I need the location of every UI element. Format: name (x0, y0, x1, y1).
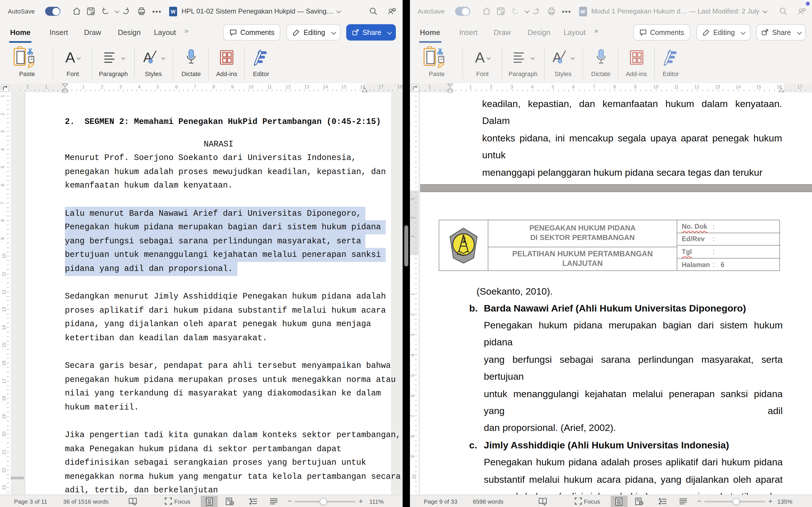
tab-stop-selector-icon[interactable] (2, 84, 9, 92)
vertical-ruler-left[interactable]: 1234567891011121314151617181920212223 (0, 93, 11, 495)
search-icon[interactable] (778, 6, 788, 16)
dictate-group[interactable]: Dictate (587, 46, 615, 77)
zoom-out-button[interactable]: − (697, 495, 702, 507)
styles-group[interactable]: A Styles (548, 46, 578, 77)
view-web-layout[interactable] (221, 496, 238, 507)
paste-group[interactable]: Paste (414, 46, 459, 77)
document-page-left[interactable]: 2. SEGMEN 2: Memahami Penegakan HukPid P… (25, 93, 392, 495)
window-title[interactable]: Modul 1 Penegakan Hukum d… — Last Modifi… (591, 0, 766, 22)
editor-group[interactable]: Editor (248, 46, 274, 77)
page5-text[interactable]: keadilan, kepastian, dan kemanfaatan huk… (482, 93, 782, 181)
tab-layout[interactable]: Layout (564, 22, 586, 42)
window-title[interactable]: HPL 01-02 Sistem Penegakan Hukpid — Savi… (182, 0, 340, 22)
tab-design[interactable]: Design (118, 22, 141, 42)
view-print-layout[interactable] (610, 496, 627, 507)
ruler-number: 13 (304, 84, 309, 89)
tab-overflow-icon[interactable]: » (594, 26, 598, 35)
addins-group[interactable]: Add-ins (622, 46, 651, 77)
word-count[interactable]: 36 of 1516 words (63, 495, 109, 507)
font-group[interactable]: A Font (58, 46, 87, 77)
comments-button[interactable]: Comments (223, 24, 280, 41)
view-draft[interactable] (265, 496, 282, 507)
tab-design[interactable]: Design (527, 22, 550, 42)
share-contact-icon[interactable] (387, 6, 397, 16)
tab-insert[interactable]: Insert (459, 22, 477, 42)
left-doc-text[interactable]: 2. SEGMEN 2: Memahami Penegakan HukPid P… (26, 93, 386, 495)
search-icon[interactable] (368, 6, 378, 16)
tab-insert[interactable]: Insert (50, 22, 68, 42)
print-icon[interactable] (546, 6, 556, 16)
word-count[interactable]: 6598 words (473, 495, 504, 507)
more-toolbar-icon[interactable]: ••• (562, 0, 571, 22)
save-icon[interactable] (86, 6, 96, 16)
redo-icon[interactable] (121, 6, 131, 16)
view-print-layout[interactable] (201, 496, 218, 507)
comments-button[interactable]: Comments (633, 24, 690, 41)
undo-icon[interactable] (100, 6, 110, 16)
share-button[interactable]: Share (346, 24, 396, 41)
paste-group[interactable]: Paste (4, 46, 50, 77)
focus-toggle[interactable]: Focus (165, 495, 190, 507)
zoom-percent[interactable]: 135% (777, 495, 793, 507)
addins-group[interactable]: Add-ins (212, 46, 241, 77)
paragraph-group[interactable]: Paragraph (96, 46, 131, 77)
tab-stop-selector-icon[interactable] (411, 84, 419, 92)
zoom-percent[interactable]: 111% (369, 495, 384, 507)
table-title-line: DI SEKTOR PERTAMBANGAN (530, 233, 635, 243)
vertical-ruler-right[interactable]: 32112345678910 (410, 93, 418, 495)
split-view-divider-handle[interactable] (404, 225, 408, 267)
doc-line: Menurut Prof. Soerjono Soekanto dari Uni… (65, 151, 372, 165)
tab-overflow-icon[interactable]: » (185, 26, 188, 35)
view-outline[interactable] (245, 496, 262, 507)
document-page-5[interactable]: keadilan, kepastian, dan kemanfaatan huk… (420, 93, 812, 184)
proofing-icon[interactable] (129, 495, 137, 507)
dictate-group[interactable]: Dictate (177, 46, 205, 77)
print-icon[interactable] (137, 6, 147, 16)
indent-marker-right[interactable] (778, 87, 784, 93)
horizontal-ruler-left[interactable]: 21123456789101112131415161718 (0, 83, 402, 93)
paragraph-group[interactable]: Paragraph (506, 46, 541, 77)
zoom-out-button[interactable]: − (288, 495, 292, 507)
proofing-icon[interactable] (538, 495, 547, 507)
view-outline[interactable] (654, 496, 671, 507)
autosave-toggle[interactable] (455, 7, 470, 16)
redo-icon[interactable] (530, 6, 541, 16)
editor-group[interactable]: Editor (658, 46, 684, 77)
tab-draw[interactable]: Draw (494, 22, 511, 42)
tab-draw[interactable]: Draw (84, 22, 101, 42)
focus-toggle[interactable]: Focus (574, 495, 600, 507)
undo-chevron-icon[interactable] (524, 8, 529, 13)
editing-dropdown[interactable]: Editing (696, 24, 750, 41)
save-icon[interactable] (495, 6, 506, 16)
undo-chevron-icon[interactable] (115, 8, 119, 13)
zoom-in-button[interactable]: + (768, 495, 772, 507)
home-icon[interactable] (71, 6, 82, 16)
zoom-slider-thumb[interactable] (732, 498, 740, 505)
document-page-6[interactable]: PENEGAKAN HUKUM PIDANA DI SEKTOR PERTAMB… (420, 192, 812, 495)
view-web-layout[interactable] (631, 496, 648, 507)
editing-dropdown[interactable]: Editing (287, 24, 341, 41)
tab-home[interactable]: Home (10, 22, 31, 42)
home-icon[interactable] (481, 6, 492, 16)
font-group[interactable]: A Font (468, 46, 497, 77)
zoom-slider-thumb[interactable] (320, 498, 327, 505)
tab-layout[interactable]: Layout (154, 22, 176, 42)
tab-home[interactable]: Home (420, 22, 440, 42)
share-contact-icon[interactable] (797, 6, 807, 16)
autosave-label: AutoSave (417, 0, 444, 22)
horizontal-ruler-right[interactable]: 211234567891011121314151617 (410, 83, 812, 93)
document-area-left[interactable]: 2. SEGMEN 2: Memahami Penegakan HukPid P… (0, 93, 402, 495)
page-indicator[interactable]: Page 9 of 33 (424, 495, 457, 507)
styles-group[interactable]: A Styles (139, 46, 168, 77)
view-draft[interactable] (675, 496, 692, 507)
undo-icon[interactable] (510, 6, 520, 16)
share-button[interactable]: Share (756, 24, 806, 41)
indent-marker-right[interactable] (361, 87, 368, 93)
autosave-toggle[interactable] (45, 7, 60, 16)
indent-marker-left[interactable] (447, 83, 453, 93)
page-indicator[interactable]: Page 3 of 11 (14, 495, 47, 507)
more-toolbar-icon[interactable]: ••• (152, 0, 161, 22)
document-area-right[interactable]: keadilan, kepastian, dan kemanfaatan huk… (410, 93, 812, 495)
indent-marker-left[interactable] (62, 83, 68, 93)
zoom-in-button[interactable]: + (359, 495, 363, 507)
